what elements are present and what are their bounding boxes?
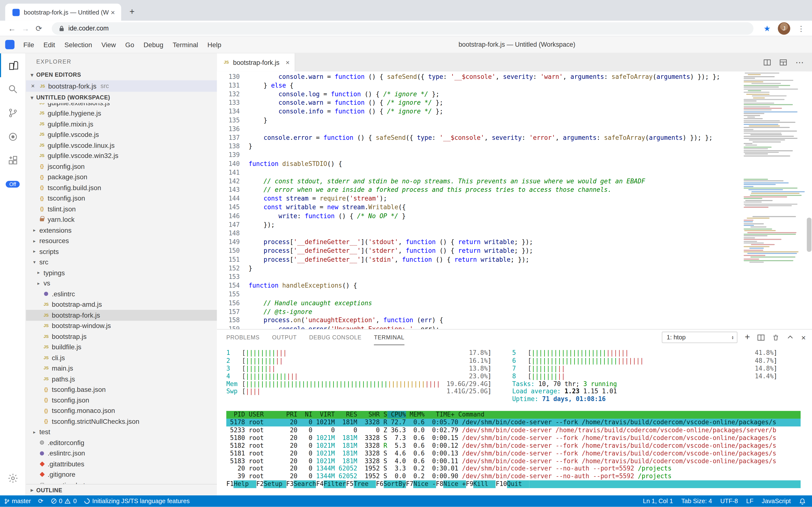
open-editors-header[interactable]: ▾ OPEN EDITORS [26, 69, 217, 80]
split-terminal-icon[interactable] [757, 334, 765, 341]
sync-item[interactable]: ⟳ [38, 498, 44, 505]
problems-item[interactable]: 0 0 [51, 498, 77, 505]
tree-item-tsconfig.json[interactable]: {}tsconfig.json [26, 395, 217, 405]
outline-header[interactable]: ▸ OUTLINE [26, 484, 217, 495]
split-editor-icon[interactable] [763, 59, 771, 66]
tab-output[interactable]: OUTPUT [272, 330, 297, 345]
explorer-icon[interactable] [0, 53, 25, 77]
tree-item-typings[interactable]: ▸typings [26, 267, 217, 278]
eol-item[interactable]: LF [746, 498, 753, 505]
extensions-icon[interactable] [0, 149, 25, 173]
minimap[interactable] [742, 72, 806, 329]
tree-item-gulpfile.extensions.js[interactable]: JSgulpfile.extensions.js [26, 103, 217, 108]
bookmark-star-icon[interactable]: ★ [764, 23, 771, 33]
git-branch-item[interactable]: master [4, 498, 31, 505]
tree-item-gulpfile.mixin.js[interactable]: JSgulpfile.mixin.js [26, 119, 217, 129]
open-editor-item[interactable]: × JS bootstrap-fork.js src [26, 80, 217, 92]
menu-terminal[interactable]: Terminal [168, 36, 203, 53]
code-line: 131 } else { [217, 81, 812, 90]
tree-item-gulpfile.vscode.linux.js[interactable]: JSgulpfile.vscode.linux.js [26, 140, 217, 151]
debug-icon[interactable] [0, 125, 25, 149]
new-tab-button[interactable]: + [125, 5, 139, 19]
tree-item-label: gulpfile.mixin.js [48, 120, 93, 128]
tree-item-bootstrap-amd.js[interactable]: JSbootstrap-amd.js [26, 299, 217, 310]
tree-item-gulpfile.vscode.js[interactable]: JSgulpfile.vscode.js [26, 129, 217, 140]
tree-item-tsconfig.base.json[interactable]: {}tsconfig.base.json [26, 384, 217, 395]
line-number: 151 [217, 256, 240, 264]
tree-item-bootstrap.js[interactable]: JSbootstrap.js [26, 331, 217, 342]
menu-go[interactable]: Go [121, 36, 139, 53]
maximize-panel-icon[interactable] [787, 334, 794, 341]
tree-item-.editorconfig[interactable]: .editorconfig [26, 437, 217, 448]
tab-terminal[interactable]: TERMINAL [374, 330, 404, 345]
editor-tab-bootstrap-fork[interactable]: JS bootstrap-fork.js × [217, 53, 295, 72]
code-editor[interactable]: 130 console.warn = function () { safeSen… [217, 72, 812, 329]
search-icon[interactable] [0, 77, 25, 101]
tree-item-.gitignore[interactable]: .gitignore [26, 469, 217, 480]
new-terminal-icon[interactable]: + [745, 332, 750, 342]
tree-item-src[interactable]: ▾src [26, 257, 217, 267]
tree-item-jsconfig.json[interactable]: {}jsconfig.json [26, 161, 217, 172]
close-panel-icon[interactable]: × [801, 333, 806, 342]
browser-menu-icon[interactable]: ⋮ [795, 24, 807, 33]
indentation-item[interactable]: Tab Size: 4 [681, 498, 712, 505]
tree-item-paths.js[interactable]: JSpaths.js [26, 374, 217, 384]
tree-item-.eslintrc.json[interactable]: .eslintrc.json [26, 448, 217, 459]
tree-item-.eslintrc[interactable]: .eslintrc [26, 289, 217, 299]
encoding-item[interactable]: UTF-8 [721, 498, 738, 505]
tree-item-tslint.json[interactable]: {}tslint.json [26, 204, 217, 214]
tree-item-package.json[interactable]: {}package.json [26, 172, 217, 182]
tree-item-main.js[interactable]: JSmain.js [26, 363, 217, 374]
tree-item-tsconfig.monaco.json[interactable]: {}tsconfig.monaco.json [26, 405, 217, 416]
menu-view[interactable]: View [97, 36, 120, 53]
close-icon[interactable]: × [31, 82, 39, 90]
back-button[interactable]: ← [5, 21, 19, 35]
tab-debug-console[interactable]: DEBUG CONSOLE [309, 330, 362, 345]
tree-item-bootstrap-fork.js[interactable]: JSbootstrap-fork.js [26, 310, 217, 321]
menu-help[interactable]: Help [203, 36, 226, 53]
notifications-bell-icon[interactable] [799, 498, 806, 505]
terminal-select[interactable]: 1: htop ▲▼ [662, 332, 738, 343]
tree-item-tsconfig.json[interactable]: {}tsconfig.json [26, 193, 217, 204]
language-mode-item[interactable]: JavaScript [762, 498, 791, 505]
kill-terminal-trash-icon[interactable] [772, 334, 779, 341]
tree-item-resources[interactable]: ▸resources [26, 236, 217, 246]
tree-item-extensions[interactable]: ▸extensions [26, 225, 217, 236]
tree-item-tsconfig.strictNullChecks.json[interactable]: {}tsconfig.strictNullChecks.json [26, 416, 217, 427]
menu-file[interactable]: File [19, 36, 39, 53]
tree-item-bootstrap-window.js[interactable]: JSbootstrap-window.js [26, 321, 217, 331]
workspace-header[interactable]: ▾ UNTITLED (WORKSPACE) [26, 92, 217, 103]
tree-item-scripts[interactable]: ▸scripts [26, 246, 217, 257]
forward-button[interactable]: → [19, 21, 32, 35]
menu-debug[interactable]: Debug [139, 36, 168, 53]
address-bar[interactable]: ide.coder.com [52, 22, 753, 34]
tree-item-gulpfile.hygiene.js[interactable]: JSgulpfile.hygiene.js [26, 108, 217, 119]
terminal-view[interactable]: 1[|||||||||||17.8%]5[|||||||||||||||||||… [217, 345, 812, 495]
cursor-position-item[interactable]: Ln 1, Col 1 [643, 498, 673, 505]
tree-item-.gitattributes[interactable]: .gitattributes [26, 459, 217, 469]
browser-tab[interactable]: bootstrap-fork.js — Untitled (W × [5, 4, 121, 21]
tree-item-.mention-bot[interactable]: .mention-bot [26, 480, 217, 484]
refresh-button[interactable]: ⟳ [32, 21, 46, 35]
tree-item-vs[interactable]: ▸vs [26, 278, 217, 289]
tab-close-icon[interactable]: × [286, 59, 290, 66]
more-actions-icon[interactable]: ⋯ [795, 58, 804, 67]
tree-item-yarn.lock[interactable]: yarn.lock [26, 214, 217, 225]
tab-close-icon[interactable]: × [109, 8, 117, 16]
source-control-icon[interactable] [0, 101, 25, 125]
editor-layout-icon[interactable] [779, 59, 787, 66]
chevron-right-icon: ▸ [28, 487, 36, 493]
settings-gear-icon[interactable] [0, 466, 25, 490]
tree-item-buildfile.js[interactable]: JSbuildfile.js [26, 342, 217, 352]
tree-item-cli.js[interactable]: JScli.js [26, 352, 217, 363]
tree-item-gulpfile.vscode.win32.js[interactable]: JSgulpfile.vscode.win32.js [26, 151, 217, 161]
js-file-icon: JS [42, 313, 50, 317]
tab-problems[interactable]: PROBLEMS [226, 330, 260, 345]
collaboration-off-badge[interactable]: Off [6, 181, 19, 188]
menu-edit[interactable]: Edit [39, 36, 60, 53]
tree-item-test[interactable]: ▸test [26, 427, 217, 437]
tree-item-tsconfig.build.json[interactable]: {}tsconfig.build.json [26, 182, 217, 193]
browser-avatar[interactable]: J [778, 22, 790, 34]
editor-scrollbar[interactable] [807, 218, 812, 252]
menu-selection[interactable]: Selection [60, 36, 97, 53]
